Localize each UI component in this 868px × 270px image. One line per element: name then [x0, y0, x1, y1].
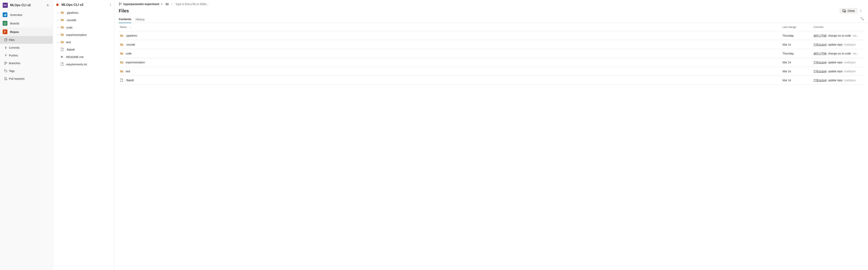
root-folder-icon[interactable] — [165, 3, 169, 5]
tabs: Contents History — [115, 15, 868, 23]
subnav-commits[interactable]: Commits — [0, 44, 53, 52]
folder-icon — [120, 70, 123, 73]
svg-point-17 — [110, 4, 111, 4]
boards-icon — [3, 21, 7, 26]
file-icon — [60, 62, 64, 66]
tree-node[interactable]: ›code — [53, 24, 114, 31]
tree-node[interactable]: ›test — [53, 38, 114, 46]
table-row[interactable]: codeThursday40fc7f90change src to codema… — [119, 49, 864, 58]
clone-icon — [842, 9, 846, 12]
subnav-commits-label: Commits — [9, 46, 20, 49]
col-name[interactable]: Name↑ — [119, 26, 782, 28]
table-row[interactable]: testMar 14f761a1e4update repomadiepev — [119, 67, 864, 76]
pull-request-icon — [4, 77, 8, 81]
svg-point-20 — [861, 10, 861, 10]
files-table: Name↑ Last change Commits .pipelinesThur… — [115, 23, 868, 85]
commit-message: update repo — [828, 61, 842, 64]
commit-message: change src to code — [828, 34, 851, 37]
project-avatar: MV — [3, 3, 8, 8]
tree-header[interactable]: MLOps CLI v2 — [53, 1, 114, 9]
svg-point-19 — [110, 6, 111, 6]
tree-repo-name: MLOps CLI v2 — [62, 3, 109, 7]
row-name: .vscode — [126, 43, 135, 46]
folder-icon — [120, 61, 123, 64]
nav-boards[interactable]: Boards — [0, 19, 53, 28]
tree-node[interactable]: requirements.txt — [53, 60, 114, 68]
subnav-pushes[interactable]: Pushes — [0, 52, 53, 59]
row-name: test — [126, 70, 130, 73]
chevron-down-icon — [161, 3, 163, 5]
svg-rect-12 — [4, 15, 4, 16]
branch-selector[interactable]: hyperparameter-experiment — [119, 2, 163, 6]
file-icon — [60, 48, 64, 51]
path-search-input[interactable] — [175, 2, 864, 6]
table-row[interactable]: .vscodeMar 14f761a1e4update repomadiepev — [119, 40, 864, 49]
folder-icon — [60, 33, 64, 37]
file-tree: MLOps CLI v2 ›.pipelines›.vscode›code›ex… — [53, 0, 115, 270]
commit-message: change src to code — [828, 52, 851, 55]
folder-icon — [60, 25, 64, 29]
markdown-icon: M↓ — [60, 55, 64, 59]
tab-history[interactable]: History — [135, 17, 145, 23]
commit-message: update repo — [828, 79, 842, 82]
subnav-tags[interactable]: Tags — [0, 67, 53, 75]
tree-node-label: .flake8 — [66, 48, 75, 51]
svg-point-21 — [861, 11, 861, 11]
table-row[interactable]: .pipelinesThursday40fc7f90change src to … — [119, 31, 864, 40]
commit-sha-link[interactable]: f761a1e4 — [813, 70, 827, 73]
subnav-branches-label: Branches — [9, 62, 20, 65]
tree-node[interactable]: M↓README.md — [53, 53, 114, 60]
subnav-branches[interactable]: Branches — [0, 59, 53, 67]
tree-more-button[interactable] — [109, 3, 112, 6]
repo-diamond-icon — [55, 3, 60, 7]
branch-name: hyperparameter-experiment — [123, 2, 159, 6]
nav-overview[interactable]: Overview — [0, 10, 53, 19]
row-last-change: Mar 14 — [782, 61, 813, 64]
breadcrumb-sep: / — [172, 2, 172, 6]
nav-repos[interactable]: Repos — [0, 28, 53, 36]
folder-icon — [120, 43, 123, 46]
page-title: Files — [119, 8, 840, 14]
tree-node[interactable]: ›experimentation — [53, 31, 114, 38]
clone-label: Clone — [847, 9, 855, 12]
subnav-pull-requests[interactable]: Pull requests — [0, 75, 53, 83]
row-name: experimentation — [126, 61, 145, 64]
add-button[interactable] — [45, 3, 50, 7]
branch-bar: hyperparameter-experiment / — [115, 0, 868, 7]
overview-icon — [3, 12, 7, 17]
col-last-change[interactable]: Last change — [782, 26, 813, 28]
branch-icon — [4, 61, 8, 65]
commit-sha-link[interactable]: f761a1e4 — [813, 43, 827, 46]
push-icon — [4, 54, 8, 57]
row-last-change: Mar 14 — [782, 70, 813, 73]
tree-node-label: README.md — [66, 55, 83, 58]
chevron-right-icon: › — [57, 11, 59, 14]
project-name: MLOps CLI v2 — [10, 3, 45, 7]
project-header[interactable]: MV MLOps CLI v2 — [0, 1, 53, 10]
tree-node[interactable]: ›.pipelines — [53, 9, 114, 16]
subnav-files[interactable]: Files — [0, 36, 53, 44]
tag-icon — [4, 69, 8, 73]
tree-node-label: .vscode — [66, 19, 76, 22]
clone-button[interactable]: Clone — [840, 8, 858, 14]
nav-repos-label: Repos — [10, 30, 19, 33]
table-row[interactable]: experimentationMar 14f761a1e4update repo… — [119, 58, 864, 67]
commit-icon — [4, 46, 8, 50]
commit-sha-link[interactable]: f761a1e4 — [813, 61, 827, 64]
tree-node[interactable]: ›.vscode — [53, 16, 114, 24]
commit-sha-link[interactable]: f761a1e4 — [813, 79, 827, 82]
commit-sha-link[interactable]: 40fc7f90 — [813, 34, 827, 37]
commit-sha-link[interactable]: 40fc7f90 — [813, 52, 827, 55]
folder-icon — [60, 11, 64, 15]
table-row[interactable]: .flake8Mar 14f761a1e4update repomadiepev — [119, 76, 864, 85]
commit-author: ma... — [852, 52, 859, 55]
folder-icon — [60, 18, 64, 22]
fullscreen-button[interactable] — [861, 17, 864, 22]
svg-point-22 — [861, 11, 861, 12]
col-commits[interactable]: Commits — [813, 26, 864, 28]
tree-node-label: test — [66, 40, 71, 44]
tree-node[interactable]: .flake8 — [53, 46, 114, 53]
tab-contents[interactable]: Contents — [119, 16, 131, 23]
more-actions-button[interactable] — [858, 8, 864, 14]
row-last-change: Mar 14 — [782, 79, 813, 82]
